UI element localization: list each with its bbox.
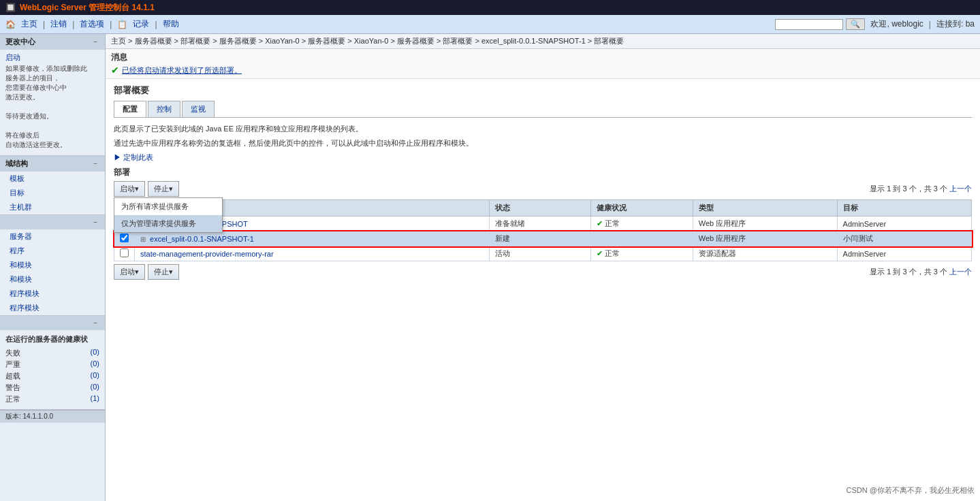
stop-button[interactable]: 停止▾ <box>148 181 179 197</box>
sidebar-item-modules[interactable]: 和模块 <box>0 258 105 272</box>
prev-page-link[interactable]: 上一个 <box>949 184 972 193</box>
left-sidebar: 更改中心 − 启动 如果要修改，添加或删除此服务器上的项目，您需要在修改中心中激… <box>0 34 106 501</box>
toolbar: 启动▾ 停止▾ 为所有请求提供服务 仅为管理请求提供服务 显示 1 到 3 个，… <box>114 181 972 197</box>
col-target[interactable]: 目标 <box>837 200 971 216</box>
connected-text: 连接到: ba <box>936 18 975 30</box>
domain-structure2-header: − <box>0 215 105 229</box>
row1-target-cell: AdminServer <box>837 216 971 231</box>
nav-logout[interactable]: 注销 <box>50 18 67 30</box>
bottom-prev-page-link[interactable]: 上一个 <box>949 268 972 276</box>
sidebar-item-template[interactable]: 模板 <box>0 172 105 186</box>
row2-name-link[interactable]: excel_split-0.0.1-SNAPSHOT-1 <box>150 235 254 243</box>
tab-control[interactable]: 控制 <box>148 101 180 117</box>
tab-monitor[interactable]: 监视 <box>182 101 215 117</box>
health-section-header: − <box>0 316 105 330</box>
row3-name-link[interactable]: state-management-provider-memory-rar <box>140 250 274 258</box>
deployments-table: 名称 状态 健康状况 类型 目标 <box>114 199 972 261</box>
nav-help[interactable]: 帮助 <box>163 18 179 30</box>
app-logo: 🔲 <box>5 3 16 12</box>
health-item-overload: 超载 (0) <box>5 370 99 382</box>
customize-section: ▶ 定制此表 <box>114 152 972 163</box>
search-box: 🔍 <box>775 18 865 30</box>
table-section: 部署 启动▾ 停止▾ 为所有请求提供服务 仅为管理请求提供服务 <box>114 167 972 280</box>
sidebar-item-cluster[interactable]: 主机群 <box>0 200 105 214</box>
section-title: 部署概要 <box>114 84 972 97</box>
row3-checkbox-cell <box>114 246 135 261</box>
row3-status-cell: 活动 <box>489 246 590 261</box>
row1-health-cell: ✔ 正常 <box>591 216 693 231</box>
health-body: 在运行的服务器的健康状 失败 (0) 严重 (0) 超载 (0) 警告 (0) <box>0 330 105 409</box>
row2-checkbox[interactable] <box>120 233 129 242</box>
dropdown-item-all[interactable]: 为所有请求提供服务 <box>114 198 222 215</box>
domain-structure-collapse[interactable]: − <box>91 159 99 168</box>
start-dropdown-menu: 为所有请求提供服务 仅为管理请求提供服务 <box>114 197 223 233</box>
table-row: ⊞ excel_split-0.0.1-SNAPSHOT 准备就绪 ✔ 正常 W… <box>114 216 972 231</box>
search-button[interactable]: 🔍 <box>846 18 865 30</box>
page-info-text: 显示 1 到 3 个，共 3 个 <box>870 184 947 193</box>
start-button-bottom[interactable]: 启动▾ <box>114 264 145 280</box>
row2-name-cell: ⊞ excel_split-0.0.1-SNAPSHOT-1 <box>135 231 490 246</box>
tab-config[interactable]: 配置 <box>114 101 146 117</box>
version-text: 版本: 14.1.1.0.0 <box>5 413 53 420</box>
nav-preferences[interactable]: 首选项 <box>80 18 104 30</box>
nav-sep-welcome: | <box>929 20 931 29</box>
activate-changes-link[interactable]: 启动 <box>5 52 99 63</box>
health-item-fail: 失败 (0) <box>5 347 99 359</box>
domain-structure-label: 域结构 <box>5 159 28 169</box>
welcome-text: 欢迎, weblogic <box>870 18 923 30</box>
domain-structure-section2: − 服务器 程序 和模块 和模块 程序模块 程序模块 <box>0 215 105 316</box>
row2-checkbox-cell <box>114 231 135 246</box>
search-input[interactable] <box>775 19 843 30</box>
health-item-critical: 严重 (0) <box>5 359 99 370</box>
message-area: 消息 ✔ 已经将启动请求发送到了所选部署。 <box>106 49 980 79</box>
top-nav: 🏠 主页 | 注销 | 首选项 | 📋 记录 | 帮助 🔍 欢迎, weblog… <box>0 15 980 34</box>
sidebar-item-modules2[interactable]: 和模块 <box>0 272 105 287</box>
col-status[interactable]: 状态 <box>489 200 590 216</box>
row3-target-cell: AdminServer <box>837 246 971 261</box>
message-title: 消息 <box>111 52 975 63</box>
health-item-normal: 正常 (1) <box>5 393 99 405</box>
sidebar-item-server[interactable]: 服务器 <box>0 229 105 244</box>
sidebar-item-program[interactable]: 程序 <box>0 244 105 258</box>
start-button[interactable]: 启动▾ <box>114 181 145 197</box>
tabs: 配置 控制 监视 <box>114 101 972 118</box>
change-center-collapse[interactable]: − <box>91 37 99 46</box>
row2-target-cell: 小闫测试 <box>837 231 971 246</box>
change-center-section: 更改中心 − 启动 如果要修改，添加或删除此服务器上的项目，您需要在修改中心中激… <box>0 34 105 156</box>
health-item-warning: 警告 (0) <box>5 382 99 393</box>
nav-record[interactable]: 记录 <box>133 18 149 30</box>
row3-health-icon: ✔ <box>597 249 603 257</box>
home-icon: 🏠 <box>5 20 16 29</box>
dropdown-item-admin[interactable]: 仅为管理请求提供服务 <box>114 215 222 232</box>
nav-home[interactable]: 主页 <box>21 18 37 30</box>
stop-button-bottom[interactable]: 停止▾ <box>148 264 179 280</box>
sidebar-item-prog-module2[interactable]: 程序模块 <box>0 301 105 315</box>
sidebar-item-target[interactable]: 目标 <box>0 186 105 200</box>
version-bar: 版本: 14.1.1.0.0 <box>0 410 105 423</box>
main-layout: 更改中心 − 启动 如果要修改，添加或删除此服务器上的项目，您需要在修改中心中激… <box>0 34 980 501</box>
row1-status-cell: 准备就绪 <box>489 216 590 231</box>
row3-health-cell: ✔ 正常 <box>591 246 693 261</box>
customize-link[interactable]: ▶ 定制此表 <box>114 152 972 163</box>
breadcrumb: 主页 > 服务器概要 > 部署概要 > 服务器概要 > XiaoYan-0 > … <box>106 34 980 49</box>
domain-structure2-collapse[interactable]: − <box>91 218 99 227</box>
change-center-desc: 如果要修改，添加或删除此服务器上的项目，您需要在修改中心中激活更改。等待更改通知… <box>5 64 99 150</box>
bottom-page-info: 显示 1 到 3 个，共 3 个 上一个 <box>870 267 972 277</box>
app-title: WebLogic Server 管理控制台 14.1.1 <box>20 2 155 14</box>
sidebar-item-prog-module[interactable]: 程序模块 <box>0 287 105 301</box>
health-collapse[interactable]: − <box>91 319 99 327</box>
col-type[interactable]: 类型 <box>693 200 837 216</box>
change-center-body: 启动 如果要修改，添加或删除此服务器上的项目，您需要在修改中心中激活更改。等待更… <box>0 50 105 155</box>
change-center-header: 更改中心 − <box>0 34 105 50</box>
table-row: state-management-provider-memory-rar 活动 … <box>114 246 972 261</box>
row3-checkbox[interactable] <box>120 248 129 257</box>
main-content: 主页 > 服务器概要 > 部署概要 > 服务器概要 > XiaoYan-0 > … <box>106 34 980 501</box>
col-health[interactable]: 健康状况 <box>591 200 693 216</box>
row2-expand-icon[interactable]: ⊞ <box>140 236 146 243</box>
watermark-text: CSDN @你若不离不弃，我必生死相依 <box>847 486 975 494</box>
page-content: 部署概要 配置 控制 监视 此页显示了已安装到此域的 Java EE 应用程序和… <box>106 79 980 285</box>
stop-btn-group: 停止▾ <box>148 181 179 197</box>
table-row: ⊞ excel_split-0.0.1-SNAPSHOT-1 新建 Web 应用… <box>114 231 972 246</box>
domain-structure-section: 域结构 − 模板 目标 主机群 <box>0 156 105 215</box>
bottom-toolbar: 启动▾ 停止▾ 显示 1 到 3 个，共 3 个 上一个 <box>114 264 972 280</box>
